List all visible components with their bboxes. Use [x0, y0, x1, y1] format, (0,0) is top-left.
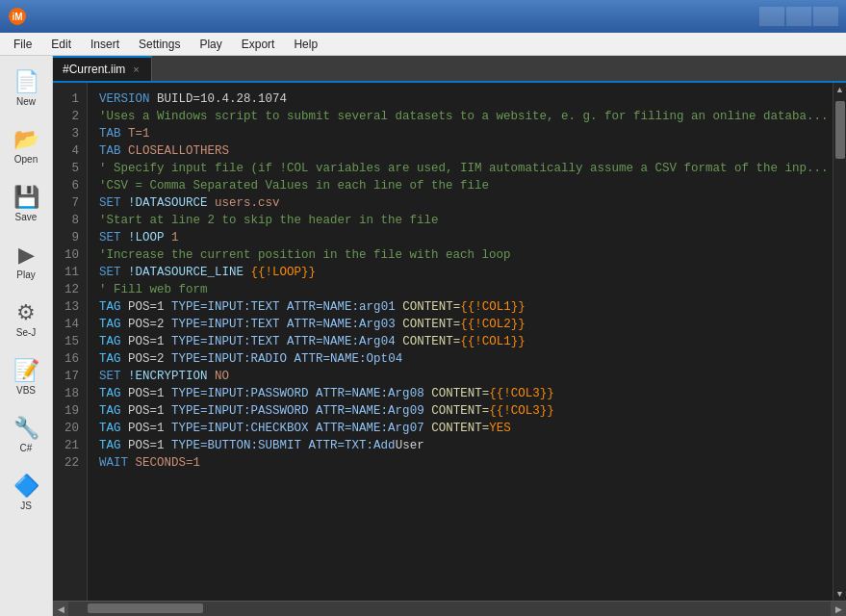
csharp-icon: 🔧 — [13, 416, 39, 441]
scroll-up-arrow[interactable]: ▲ — [833, 83, 846, 96]
menu-item-file[interactable]: File — [4, 33, 41, 55]
title-bar: iM — [0, 0, 846, 33]
open-label: Open — [14, 154, 38, 165]
save-label: Save — [15, 212, 38, 222]
menu-item-help[interactable]: Help — [284, 33, 327, 55]
tab-current[interactable]: #Current.iim× — [53, 56, 152, 81]
js-label: JS — [20, 500, 32, 511]
save-icon: 💾 — [13, 185, 39, 210]
editor-area: #Current.iim× 12345678910111213141516171… — [53, 56, 846, 616]
hscroll-thumb[interactable] — [88, 603, 203, 613]
vbs-label: VBS — [16, 385, 36, 396]
close-button[interactable] — [813, 7, 838, 26]
sidebar-btn-csharp[interactable]: 🔧C# — [2, 406, 50, 462]
sidebar-btn-save[interactable]: 💾Save — [2, 175, 50, 231]
menu-item-settings[interactable]: Settings — [129, 33, 190, 55]
menu-item-export[interactable]: Export — [232, 33, 285, 55]
vscroll-track[interactable] — [833, 96, 846, 587]
svg-text:iM: iM — [12, 12, 22, 22]
scroll-left-arrow[interactable]: ◀ — [53, 602, 68, 617]
sidebar-btn-new[interactable]: 📄New — [2, 60, 50, 116]
sidebar-btn-vbs[interactable]: 📝VBS — [2, 348, 50, 404]
sidebar: 📄New📂Open💾Save▶Play⚙Se-J📝VBS🔧C#🔷JS — [0, 56, 53, 616]
code-content[interactable]: VERSION BUILD=10.4.28.1074 'Uses a Windo… — [88, 83, 833, 601]
new-icon: 📄 — [13, 69, 39, 94]
new-label: New — [16, 96, 36, 107]
sidebar-btn-js[interactable]: 🔷JS — [2, 464, 50, 520]
vbs-icon: 📝 — [13, 358, 39, 383]
scroll-down-arrow[interactable]: ▼ — [833, 587, 846, 601]
js-icon: 🔷 — [13, 474, 39, 499]
scroll-right-arrow[interactable]: ▶ — [831, 602, 846, 617]
vscroll-thumb[interactable] — [835, 101, 845, 159]
sej-icon: ⚙ — [16, 300, 36, 325]
hscroll-track[interactable] — [68, 602, 831, 616]
menu-item-edit[interactable]: Edit — [41, 33, 81, 55]
minimize-button[interactable] — [759, 7, 784, 26]
line-numbers: 12345678910111213141516171819202122 — [53, 83, 88, 601]
menu-item-insert[interactable]: Insert — [81, 33, 129, 55]
sidebar-btn-play[interactable]: ▶Play — [2, 233, 50, 289]
sidebar-btn-sej[interactable]: ⚙Se-J — [2, 291, 50, 346]
play-label: Play — [16, 270, 35, 280]
horizontal-scrollbar[interactable]: ◀ ▶ — [53, 601, 846, 616]
play-icon: ▶ — [18, 243, 35, 268]
sidebar-btn-open[interactable]: 📂Open — [2, 117, 50, 173]
tab-close-current[interactable]: × — [131, 64, 141, 75]
tab-bar: #Current.iim× — [53, 56, 846, 83]
maximize-button[interactable] — [786, 7, 811, 26]
code-editor[interactable]: 12345678910111213141516171819202122 VERS… — [53, 83, 833, 601]
app-icon: iM — [8, 7, 27, 26]
vertical-scrollbar[interactable]: ▲ ▼ — [833, 83, 846, 601]
tab-label-current: #Current.iim — [63, 63, 125, 76]
menu-bar: FileEditInsertSettingsPlayExportHelp — [0, 33, 846, 56]
window-controls — [759, 7, 838, 26]
sej-label: Se-J — [16, 327, 37, 338]
open-icon: 📂 — [13, 127, 39, 152]
code-area: 12345678910111213141516171819202122 VERS… — [53, 83, 833, 601]
csharp-label: C# — [20, 443, 33, 453]
main-layout: 📄New📂Open💾Save▶Play⚙Se-J📝VBS🔧C#🔷JS #Curr… — [0, 56, 846, 616]
menu-item-play[interactable]: Play — [190, 33, 231, 55]
